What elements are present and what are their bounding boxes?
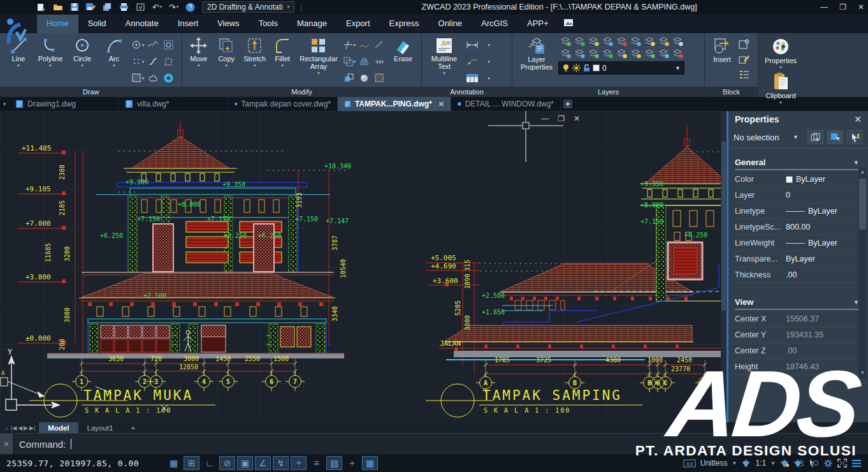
erase-button[interactable]: Erase [387,35,419,63]
ribbon-tab-app[interactable]: APP+ [517,15,558,33]
fullscreen-icon[interactable] [837,459,847,468]
region-icon[interactable] [163,40,174,50]
hatch-icon[interactable]: ▾ [131,73,145,84]
next-layout-icon[interactable]: ▶ [24,425,28,431]
scroll-down-icon[interactable]: ▼ [858,370,867,376]
first-layout-icon[interactable]: |◀ [11,425,17,431]
property-row[interactable]: Center Y193431.35 [735,327,859,343]
quick-select-icon[interactable] [807,130,823,144]
ribbon-tab-views[interactable]: Views [208,15,249,33]
arc-button[interactable]: Arc▾ [98,35,130,68]
property-row[interactable]: LinetypeByLayer [735,203,859,219]
redo-icon[interactable]: ↷▾ [168,3,179,12]
maximize-button[interactable]: ❐ [839,3,846,11]
trim-icon[interactable]: ▾ [343,40,356,50]
close-button[interactable]: ✕ [858,3,864,11]
open-file-icon[interactable] [52,3,63,12]
layer-visibility-icon[interactable] [672,36,684,47]
general-section-header[interactable]: General ▼ [735,158,859,170]
layer-properties-button[interactable]: Layer Properties [515,35,558,71]
ortho-mode-icon[interactable]: ∟ [201,456,217,470]
move-button[interactable]: Move▾ [185,35,213,68]
ribbon-tab-export[interactable]: Export [336,15,380,33]
layer-change-icon[interactable] [658,48,670,59]
zwcad-logo[interactable] [1,15,33,46]
dynamic-ucs-icon[interactable]: ↯ [273,456,289,470]
select-objects-icon[interactable] [847,130,863,144]
polar-tracking-icon[interactable]: ⊘ [219,456,235,470]
leader-icon[interactable] [466,57,479,66]
center-mark-icon[interactable]: ▾ [131,40,145,50]
annotation-scale-label[interactable]: 1:1 [755,459,766,468]
property-row[interactable]: LinetypeSc...800.00 [735,219,859,235]
dynamic-input-icon[interactable]: ＋ [291,456,307,470]
layer-isolate-icon[interactable] [574,48,586,59]
selection-cycling-icon[interactable]: + [344,456,360,470]
save-icon[interactable] [69,3,80,12]
donut-icon[interactable] [163,73,174,84]
ribbon-tab-annotate[interactable]: Annotate [116,15,168,33]
layer-walk-icon[interactable] [616,48,628,59]
undo-icon[interactable]: ↶▾ [152,3,163,12]
doc-tab[interactable]: TAMPAK...PING.dwg*✕ [338,97,451,111]
wipeout-icon[interactable] [163,56,174,67]
ribbon-tab-tools[interactable]: Tools [249,15,287,33]
properties-scrollbar-thumb[interactable] [859,179,866,230]
layer-lock-icon[interactable] [616,36,628,47]
doc-close-icon[interactable]: ✕ [574,114,580,123]
property-row[interactable]: LineWeightByLayer [735,235,859,251]
plot-stack-icon[interactable] [102,3,113,12]
layer-freeze-other-icon[interactable] [630,48,642,59]
selection-dropdown[interactable]: No selection ▼ [734,133,804,142]
insert-button[interactable]: Insert [707,35,737,63]
point-style-icon[interactable] [359,73,370,84]
status-menu-icon[interactable] [851,459,862,468]
ribbon-minimize-icon[interactable] [563,18,574,29]
ribbon-tab-manage[interactable]: Manage [287,15,336,33]
command-close-icon[interactable]: ✕ [0,434,13,454]
property-row[interactable]: Center X15506.37 [735,311,859,327]
revcloud-icon[interactable] [148,73,159,84]
tab-layout1[interactable]: Layout1 [78,422,122,433]
clipboard-button[interactable]: Clipboard▾ [762,70,799,105]
attributes-icon[interactable] [739,70,750,80]
save-as-icon[interactable] [85,3,96,12]
layer-freeze-icon[interactable] [602,36,614,47]
layer-states-icon[interactable] [560,48,572,59]
units-label[interactable]: Unitless [700,459,728,468]
layer-match-icon[interactable] [560,36,572,47]
annotation-scale-icon[interactable] [741,459,751,468]
grid-display-icon[interactable]: ▦ [166,456,182,470]
doc-minimize-icon[interactable]: — [541,114,549,123]
lineweight-display-icon[interactable]: ≡ [308,456,324,470]
prev-layout-icon[interactable]: ◀ [18,425,22,431]
properties-scrollbar[interactable]: ▲ ▼ [858,167,867,378]
auto-annotation-icon[interactable] [794,459,804,468]
doc-tab[interactable]: Tampak depan cover.dwg* [228,97,338,111]
ribbon-tab-insert[interactable]: Insert [168,15,208,33]
scroll-up-icon[interactable]: ▲ [858,169,867,175]
layer-unisolate-icon[interactable] [588,48,600,59]
collapse-icon[interactable]: ▲ [4,425,10,431]
doc-tab-overflow-icon[interactable]: ▾ [0,97,9,111]
last-layout-icon[interactable]: ▶| [29,425,35,431]
mirror-icon[interactable] [359,56,370,67]
canvas-scrollbar[interactable] [721,111,727,422]
object-snap-tracking-icon[interactable]: ∠ [255,456,271,470]
property-row[interactable]: Height18746.43 [735,359,859,375]
explode-icon[interactable] [344,73,354,84]
circle-button[interactable]: Circle▾ [66,35,98,68]
ribbon-tab-home[interactable]: Home [37,15,78,33]
revision-curve-icon[interactable] [148,40,159,50]
canvas-scrollbar-thumb[interactable] [721,142,726,311]
new-document-icon[interactable] [561,97,575,111]
properties-close-icon[interactable]: ✕ [854,114,862,124]
layer-off-icon[interactable] [588,36,600,47]
doc-tab[interactable]: Drawing1.dwg [9,97,119,111]
measure-icon[interactable] [374,40,385,50]
plot-preview-icon[interactable] [135,3,146,12]
property-row[interactable]: Center Z.00 [735,343,859,359]
doc-tab-close-icon[interactable]: ✕ [438,100,444,108]
property-row[interactable]: Transpare...ByLayer [735,251,859,267]
spline-icon[interactable] [148,56,159,67]
